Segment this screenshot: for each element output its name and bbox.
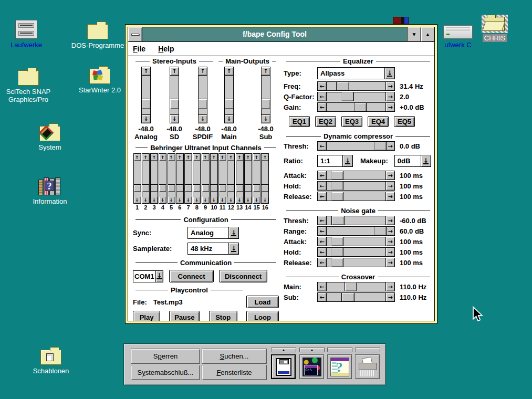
up-arrow-icon[interactable]: ↑ — [193, 154, 200, 161]
stop-button[interactable]: Stop — [209, 311, 237, 321]
scrollbar-thumb[interactable] — [331, 216, 345, 225]
right-arrow-icon[interactable]: → — [385, 192, 394, 201]
desktop-icon-laufwerke[interactable]: Laufwerke — [5, 20, 47, 49]
down-arrow-icon[interactable]: ↓ — [159, 196, 166, 203]
scrollbar-thumb[interactable] — [341, 92, 354, 101]
slider-track[interactable] — [193, 161, 200, 196]
left-arrow-icon[interactable]: ← — [318, 142, 327, 150]
systemabschluss-button[interactable]: Systemabschluß... — [131, 365, 200, 380]
left-arrow-icon[interactable]: ← — [318, 237, 327, 246]
slider-thumb[interactable] — [236, 184, 243, 192]
down-arrow-icon[interactable]: ↓ — [193, 196, 200, 203]
ratio-select[interactable]: 1:1 ↓ — [317, 155, 353, 167]
chevron-down-icon[interactable]: ↓ — [228, 243, 238, 254]
chevron-down-icon[interactable]: ↓ — [155, 271, 163, 282]
sperren-button[interactable]: Sperren — [131, 349, 200, 364]
channel-13-slider[interactable]: ↑↓ — [236, 153, 244, 204]
slider-thumb[interactable] — [219, 184, 226, 192]
slider-thumb[interactable] — [262, 99, 270, 109]
slider-track[interactable] — [236, 161, 243, 196]
down-arrow-icon[interactable]: ↓ — [262, 196, 268, 203]
slider-track[interactable] — [225, 76, 233, 114]
slider-thumb[interactable] — [142, 184, 149, 192]
slider-track[interactable] — [168, 161, 175, 196]
up-arrow-icon[interactable]: ↑ — [134, 154, 141, 161]
slider-track[interactable] — [159, 161, 166, 196]
slider-thumb[interactable] — [170, 99, 179, 109]
down-arrow-icon[interactable]: ↓ — [170, 114, 179, 123]
desktop-icon-laufwerk-c[interactable]: ufwerk C — [439, 25, 477, 49]
menu-file[interactable]: File — [133, 45, 145, 53]
connect-button[interactable]: Connect — [169, 270, 214, 282]
up-arrow-icon[interactable]: ↑ — [168, 154, 175, 161]
xover-sub-scrollbar[interactable]: ←→ — [317, 292, 395, 302]
floppy-launcher-button[interactable] — [271, 354, 296, 379]
com-port-select[interactable]: COM1 ↓ — [133, 270, 163, 282]
channel-8-slider[interactable]: ↑↓ — [193, 153, 201, 204]
up-arrow-icon[interactable]: ↑ — [159, 154, 166, 161]
up-arrow-icon[interactable]: ↑ — [253, 154, 260, 161]
slider-thumb[interactable] — [245, 184, 252, 192]
slider-thumb[interactable] — [225, 99, 233, 109]
up-arrow-icon[interactable]: ↑ — [199, 67, 207, 76]
scrollbar-track[interactable] — [327, 171, 385, 180]
down-arrow-icon[interactable]: ↓ — [176, 196, 183, 203]
scrollbar-track[interactable] — [327, 293, 385, 301]
scrollbar-thumb[interactable] — [331, 258, 344, 267]
maximize-button[interactable]: ▲ — [421, 27, 434, 41]
comp-hold-scrollbar[interactable]: ←→ — [317, 181, 395, 191]
left-arrow-icon[interactable]: ← — [318, 103, 327, 111]
up-arrow-icon[interactable]: ↑ — [227, 154, 234, 161]
right-arrow-icon[interactable]: → — [385, 103, 394, 111]
down-arrow-icon[interactable]: ↓ — [142, 114, 150, 123]
right-arrow-icon[interactable]: → — [385, 171, 394, 180]
down-arrow-icon[interactable]: ↓ — [199, 114, 207, 123]
scrollbar-track[interactable] — [327, 216, 385, 225]
play-button[interactable]: Play — [133, 311, 160, 321]
scrollbar-thumb[interactable] — [374, 142, 387, 150]
eq2-button[interactable]: EQ2 — [315, 116, 336, 127]
xover-main-scrollbar[interactable]: ←→ — [317, 282, 395, 291]
slider-track[interactable] — [134, 161, 141, 196]
eq3-button[interactable]: EQ3 — [341, 116, 362, 127]
gate-attack-scrollbar[interactable]: ←→ — [317, 237, 395, 246]
control-menu-button[interactable] — [128, 27, 142, 41]
slider-thumb[interactable] — [193, 184, 200, 192]
channel-10-slider[interactable]: ↑↓ — [210, 153, 218, 204]
gate-hold-scrollbar[interactable]: ←→ — [317, 247, 395, 257]
chevron-down-icon[interactable]: ↓ — [421, 155, 431, 166]
scrollbar-thumb[interactable] — [331, 248, 344, 256]
down-arrow-icon[interactable]: ↓ — [225, 114, 233, 123]
right-arrow-icon[interactable]: → — [385, 142, 394, 150]
slider-track[interactable] — [142, 161, 149, 196]
scrollbar-track[interactable] — [327, 92, 385, 101]
down-arrow-icon[interactable]: ↓ — [245, 196, 252, 203]
left-arrow-icon[interactable]: ← — [318, 216, 327, 225]
fader-sub-slider[interactable]: ↑↓ — [261, 67, 270, 123]
chevron-down-icon[interactable]: ↓ — [384, 68, 394, 79]
scrollbar-track[interactable] — [327, 192, 385, 201]
right-arrow-icon[interactable]: → — [385, 227, 394, 235]
slider-thumb[interactable] — [176, 184, 183, 192]
desktop-icon-scitech[interactable]: SciTech SNAP Graphics/Pro — [1, 70, 56, 103]
makeup-select[interactable]: 0dB ↓ — [394, 155, 431, 167]
desktop-icon-dos-programme[interactable]: DOS-Programme — [69, 24, 127, 49]
gate-range-scrollbar[interactable]: ←→ — [317, 226, 395, 236]
channel-16-slider[interactable]: ↑↓ — [261, 153, 269, 204]
desktop-icon-schablonen[interactable]: Schablonen — [27, 350, 75, 375]
load-button[interactable]: Load — [246, 296, 279, 308]
scrollbar-track[interactable] — [327, 82, 385, 90]
down-arrow-icon[interactable]: ↓ — [211, 196, 217, 203]
comp-attack-scrollbar[interactable]: ←→ — [317, 171, 395, 180]
comp-thresh-scrollbar[interactable]: ←→ — [317, 141, 395, 151]
channel-2-slider[interactable]: ↑↓ — [142, 153, 150, 204]
scrollbar-thumb[interactable] — [331, 192, 344, 201]
down-arrow-icon[interactable]: ↓ — [219, 196, 226, 203]
up-arrow-icon[interactable]: ↑ — [262, 154, 268, 161]
slider-track[interactable] — [202, 161, 209, 196]
up-arrow-icon[interactable]: ↑ — [211, 154, 217, 161]
up-arrow-icon[interactable]: ↑ — [245, 154, 252, 161]
left-arrow-icon[interactable]: ← — [318, 248, 327, 256]
scrollbar-track[interactable] — [327, 248, 385, 256]
up-arrow-icon[interactable]: ↑ — [151, 154, 158, 161]
